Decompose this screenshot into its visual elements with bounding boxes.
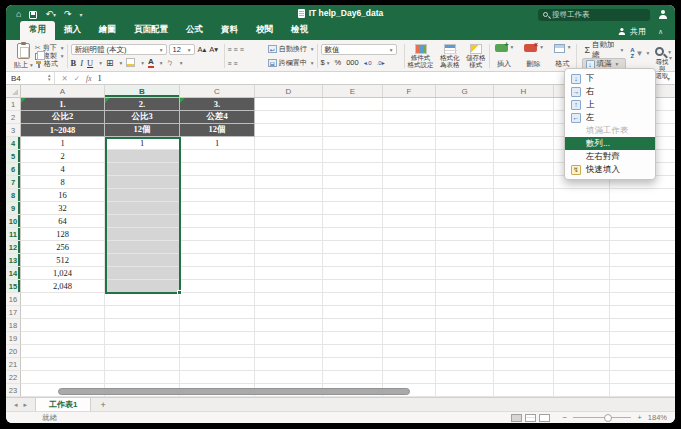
delete-cells-button[interactable]: ▾ 刪除 — [524, 44, 543, 68]
cell-G16[interactable] — [436, 293, 494, 306]
cell-B21[interactable] — [105, 358, 180, 371]
cell-E8[interactable] — [323, 189, 383, 202]
cell-B19[interactable] — [105, 332, 180, 345]
cell-G9[interactable] — [436, 202, 494, 215]
cell-A4[interactable]: 1 — [21, 137, 105, 150]
cell-G14[interactable] — [436, 267, 494, 280]
tab-formulas[interactable]: 公式 — [177, 21, 212, 40]
home-icon[interactable]: ⌂ — [16, 10, 21, 19]
cell-B14[interactable] — [105, 267, 180, 280]
grow-font-button[interactable]: A▴ — [198, 45, 207, 54]
wrap-text-button[interactable]: ↩ 自動換行▾ — [268, 44, 314, 54]
cell-E3[interactable] — [323, 124, 383, 137]
row-header-17[interactable]: 17 — [6, 306, 21, 319]
cell-G10[interactable] — [436, 215, 494, 228]
cell-G23[interactable] — [436, 384, 494, 397]
cell-extra-21[interactable] — [610, 358, 675, 371]
cell-F4[interactable] — [383, 137, 436, 150]
cell-F20[interactable] — [383, 345, 436, 358]
cell-D13[interactable] — [255, 254, 323, 267]
tab-data[interactable]: 資料 — [212, 21, 247, 40]
cell-A22[interactable] — [21, 371, 105, 384]
cell-G15[interactable] — [436, 280, 494, 293]
insert-cells-button[interactable]: ▾ 插入 — [495, 44, 514, 68]
cell-C11[interactable] — [180, 228, 255, 241]
cell-E18[interactable] — [323, 319, 383, 332]
search-input[interactable]: 搜尋工作表 — [538, 9, 650, 21]
cell-B12[interactable] — [105, 241, 180, 254]
share-button[interactable]: 共用 — [617, 26, 646, 37]
cell-F11[interactable] — [383, 228, 436, 241]
cell-extra-14[interactable] — [610, 267, 675, 280]
conditional-formatting-button[interactable]: 條件式格式設定 — [408, 44, 434, 68]
comma-style-button[interactable]: 000 — [346, 58, 359, 67]
cell-C12[interactable] — [180, 241, 255, 254]
cell-I16[interactable] — [554, 293, 610, 306]
sort-filter-button[interactable]: AZ ▼ ▾ — [630, 44, 649, 68]
cell-G18[interactable] — [436, 319, 494, 332]
cell-G1[interactable] — [436, 98, 494, 111]
name-box[interactable]: B4 — [6, 72, 44, 84]
column-header-A[interactable]: A — [21, 85, 105, 97]
cell-A10[interactable]: 64 — [21, 215, 105, 228]
cell-D16[interactable] — [255, 293, 323, 306]
cell-F18[interactable] — [383, 319, 436, 332]
cell-F13[interactable] — [383, 254, 436, 267]
cell-C6[interactable] — [180, 163, 255, 176]
cell-D5[interactable] — [255, 150, 323, 163]
cell-I21[interactable] — [554, 358, 610, 371]
cell-H1[interactable] — [494, 98, 554, 111]
cell-D3[interactable] — [255, 124, 323, 137]
cell-styles-button[interactable]: 儲存格樣式 — [466, 44, 486, 68]
zoom-slider-knob[interactable] — [604, 414, 612, 422]
cell-H18[interactable] — [494, 319, 554, 332]
cell-B13[interactable] — [105, 254, 180, 267]
cell-F5[interactable] — [383, 150, 436, 163]
row-header-15[interactable]: 15 — [6, 280, 21, 293]
cell-I11[interactable] — [554, 228, 610, 241]
cell-E22[interactable] — [323, 371, 383, 384]
cell-extra-18[interactable] — [610, 319, 675, 332]
cell-F21[interactable] — [383, 358, 436, 371]
undo-icon[interactable]: ↶▾ — [45, 10, 56, 19]
zoom-in-icon[interactable]: + — [637, 413, 642, 422]
cell-D14[interactable] — [255, 267, 323, 280]
currency-button[interactable]: $▾ — [321, 58, 330, 67]
row-header-12[interactable]: 12 — [6, 241, 21, 254]
cell-I13[interactable] — [554, 254, 610, 267]
column-header-C[interactable]: C — [180, 85, 255, 97]
cell-H6[interactable] — [494, 163, 554, 176]
indent-icons[interactable]: ≡≡ — [228, 60, 240, 67]
cell-A6[interactable]: 4 — [21, 163, 105, 176]
cell-H9[interactable] — [494, 202, 554, 215]
row-header-22[interactable]: 22 — [6, 371, 21, 384]
fill-menu-item-6[interactable]: 數列... — [565, 137, 655, 150]
cell-H3[interactable] — [494, 124, 554, 137]
column-header-H[interactable]: H — [494, 85, 554, 97]
cell-E11[interactable] — [323, 228, 383, 241]
zoom-out-icon[interactable]: − — [562, 413, 567, 422]
cell-extra-11[interactable] — [610, 228, 675, 241]
cell-E19[interactable] — [323, 332, 383, 345]
underline-button[interactable]: U — [87, 58, 93, 68]
cell-B8[interactable] — [105, 189, 180, 202]
cell-H10[interactable] — [494, 215, 554, 228]
font-size-select[interactable]: 12▾ — [169, 44, 195, 55]
fill-menu-item-7[interactable]: 左右對齊 — [565, 150, 655, 163]
horizontal-scrollbar[interactable] — [58, 388, 410, 395]
tab-insert[interactable]: 插入 — [55, 21, 90, 40]
cell-H4[interactable] — [494, 137, 554, 150]
cell-G4[interactable] — [436, 137, 494, 150]
cell-A5[interactable]: 2 — [21, 150, 105, 163]
cell-H21[interactable] — [494, 358, 554, 371]
page-layout-view-icon[interactable] — [525, 414, 536, 422]
cell-F10[interactable] — [383, 215, 436, 228]
cell-C15[interactable] — [180, 280, 255, 293]
cell-B10[interactable] — [105, 215, 180, 228]
cell-F16[interactable] — [383, 293, 436, 306]
cell-F8[interactable] — [383, 189, 436, 202]
fill-menu-item-2[interactable]: →右 — [565, 85, 655, 98]
number-format-select[interactable]: 數值▾ — [321, 44, 397, 55]
account-avatar[interactable] — [658, 10, 667, 19]
cell-A20[interactable] — [21, 345, 105, 358]
